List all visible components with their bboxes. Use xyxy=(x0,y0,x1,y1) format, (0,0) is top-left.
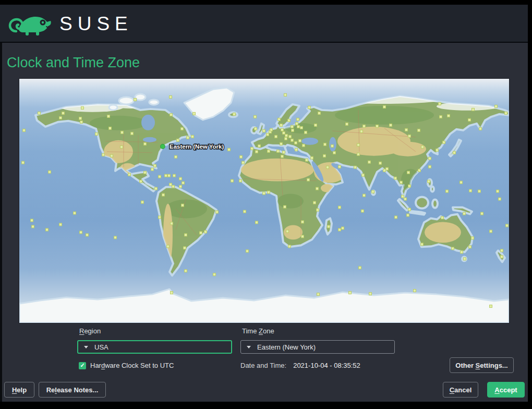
tz-marker[interactable] xyxy=(306,159,308,161)
tz-marker[interactable] xyxy=(402,195,404,198)
tz-marker[interactable] xyxy=(286,230,289,233)
hw-clock-checkbox[interactable]: ✓ xyxy=(79,362,86,369)
tz-marker[interactable] xyxy=(79,117,82,119)
tz-marker[interactable] xyxy=(187,136,189,139)
tz-marker[interactable] xyxy=(499,198,501,200)
tz-marker[interactable] xyxy=(182,204,184,207)
help-button[interactable]: Help xyxy=(4,382,34,398)
tz-marker[interactable] xyxy=(464,258,466,260)
tz-marker[interactable] xyxy=(338,228,341,231)
tz-marker[interactable] xyxy=(168,174,171,177)
tz-marker[interactable] xyxy=(428,180,430,183)
tz-marker[interactable] xyxy=(191,135,194,138)
tz-marker[interactable] xyxy=(490,305,492,308)
tz-marker[interactable] xyxy=(395,216,397,219)
tz-marker[interactable] xyxy=(333,151,336,154)
tz-marker[interactable] xyxy=(177,139,179,141)
tz-marker[interactable] xyxy=(59,223,62,226)
tz-marker[interactable] xyxy=(452,247,454,250)
tz-marker[interactable] xyxy=(280,124,283,126)
tz-marker[interactable] xyxy=(297,118,299,121)
tz-marker[interactable] xyxy=(175,155,177,158)
tz-marker[interactable] xyxy=(407,214,409,216)
tz-marker[interactable] xyxy=(349,292,352,294)
tz-marker[interactable] xyxy=(289,135,292,138)
tz-marker[interactable] xyxy=(251,147,253,150)
tz-marker[interactable] xyxy=(299,139,301,142)
tz-marker[interactable] xyxy=(159,175,161,178)
tz-marker[interactable] xyxy=(239,179,242,182)
tz-marker[interactable] xyxy=(120,146,123,148)
tz-marker[interactable] xyxy=(256,150,258,153)
tz-marker[interactable] xyxy=(346,123,348,125)
tz-marker[interactable] xyxy=(74,212,76,214)
tz-marker[interactable] xyxy=(478,190,481,193)
tz-marker[interactable] xyxy=(32,225,34,228)
tz-marker[interactable] xyxy=(255,127,257,130)
tz-marker[interactable] xyxy=(80,121,83,123)
tz-marker[interactable] xyxy=(472,108,475,111)
tz-marker[interactable] xyxy=(338,206,341,209)
tz-marker[interactable] xyxy=(328,225,330,228)
tz-marker[interactable] xyxy=(288,119,291,122)
tz-marker[interactable] xyxy=(263,192,265,195)
tz-marker[interactable] xyxy=(429,157,431,160)
tz-marker[interactable] xyxy=(49,171,51,173)
tz-marker[interactable] xyxy=(144,142,147,145)
tz-marker[interactable] xyxy=(421,146,424,148)
tz-marker[interactable] xyxy=(369,293,372,295)
tz-marker[interactable] xyxy=(170,113,173,116)
tz-marker[interactable] xyxy=(216,211,219,213)
tz-marker[interactable] xyxy=(167,245,170,248)
tz-marker[interactable] xyxy=(173,174,176,177)
tz-marker[interactable] xyxy=(372,190,374,193)
timezone-combobox[interactable]: Eastern (New York) xyxy=(240,340,395,354)
tz-marker[interactable] xyxy=(291,139,294,141)
tz-marker[interactable] xyxy=(394,177,397,179)
tz-marker[interactable] xyxy=(159,216,161,219)
tz-marker[interactable] xyxy=(360,130,363,133)
tz-marker[interactable] xyxy=(327,166,329,169)
tz-marker[interactable] xyxy=(281,155,284,158)
tz-marker[interactable] xyxy=(357,143,360,146)
tz-marker[interactable] xyxy=(324,143,327,146)
tz-marker[interactable] xyxy=(23,129,26,131)
tz-marker[interactable] xyxy=(292,129,294,131)
hw-clock-label[interactable]: Hardware Clock Set to UTC xyxy=(90,362,174,369)
tz-marker[interactable] xyxy=(46,228,49,231)
tz-marker[interactable] xyxy=(284,206,286,208)
tz-marker[interactable] xyxy=(301,221,304,223)
timezone-map[interactable]: Eastern (New York) xyxy=(19,79,509,323)
cancel-button[interactable]: Cancel xyxy=(443,382,478,398)
tz-marker[interactable] xyxy=(171,292,173,294)
tz-marker[interactable] xyxy=(446,190,449,193)
tz-marker[interactable] xyxy=(318,112,321,114)
tz-marker[interactable] xyxy=(134,98,137,101)
selected-timezone[interactable]: Eastern (New York) xyxy=(161,143,224,150)
tz-marker[interactable] xyxy=(193,112,196,115)
tz-marker[interactable] xyxy=(342,227,344,230)
tz-marker[interactable] xyxy=(291,125,294,128)
tz-marker[interactable] xyxy=(185,234,187,236)
tz-marker[interactable] xyxy=(278,118,281,121)
tz-marker[interactable] xyxy=(461,251,463,254)
tz-marker[interactable] xyxy=(171,222,173,225)
tz-marker[interactable] xyxy=(38,112,41,114)
tz-marker[interactable] xyxy=(62,112,65,114)
tz-marker[interactable] xyxy=(182,182,185,184)
tz-marker[interactable] xyxy=(479,127,482,130)
tz-marker[interactable] xyxy=(501,249,503,252)
tz-marker[interactable] xyxy=(338,165,341,168)
tz-marker[interactable] xyxy=(240,155,243,158)
tz-marker[interactable] xyxy=(213,273,216,276)
tz-marker[interactable] xyxy=(421,243,424,246)
tz-marker[interactable] xyxy=(285,134,288,137)
tz-marker[interactable] xyxy=(436,149,439,151)
tz-marker[interactable] xyxy=(429,165,431,168)
tz-marker[interactable] xyxy=(151,168,154,171)
tz-marker[interactable] xyxy=(448,114,450,117)
tz-marker[interactable] xyxy=(463,212,466,215)
tz-marker[interactable] xyxy=(303,144,305,147)
tz-marker[interactable] xyxy=(258,145,261,147)
tz-marker[interactable] xyxy=(170,183,172,186)
